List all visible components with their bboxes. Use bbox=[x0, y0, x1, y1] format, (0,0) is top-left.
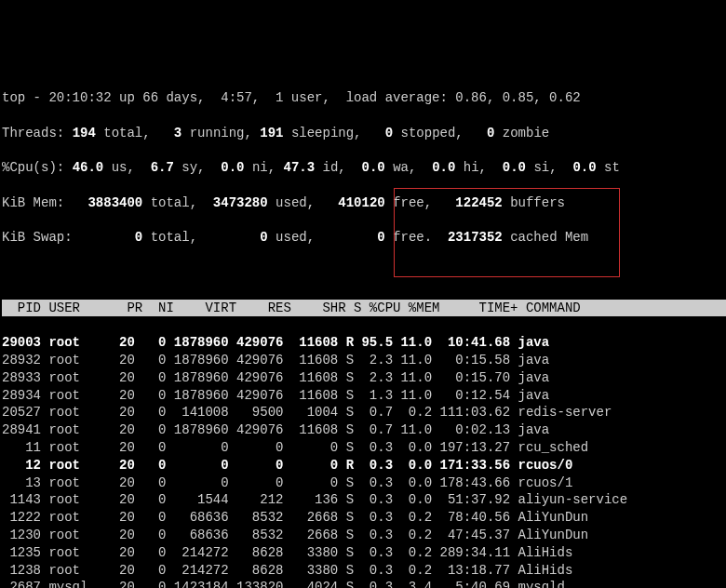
process-row[interactable]: 29003 root 20 0 1878960 429076 11608 R 9… bbox=[2, 334, 726, 352]
process-row[interactable]: 1238 root 20 0 214272 8628 3380 S 0.3 0.… bbox=[2, 562, 726, 580]
process-row[interactable]: 28932 root 20 0 1878960 429076 11608 S 2… bbox=[2, 352, 726, 369]
process-row[interactable]: 1230 root 20 0 68636 8532 2668 S 0.3 0.2… bbox=[2, 527, 726, 544]
process-row[interactable]: 20527 root 20 0 141008 9500 1004 S 0.7 0… bbox=[2, 404, 726, 421]
threads-line: Threads: 194 total, 3 running, 191 sleep… bbox=[2, 125, 726, 142]
process-row[interactable]: 28933 root 20 0 1878960 429076 11608 S 2… bbox=[2, 369, 726, 387]
cpu-line: %Cpu(s): 46.0 us, 6.7 sy, 0.0 ni, 47.3 i… bbox=[2, 159, 726, 177]
mem-line: KiB Mem: 3883400 total, 3473280 used, 41… bbox=[2, 194, 726, 212]
process-row[interactable]: 1222 root 20 0 68636 8532 2668 S 0.3 0.2… bbox=[2, 509, 726, 527]
terminal-output: top - 20:10:32 up 66 days, 4:57, 1 user,… bbox=[2, 72, 726, 588]
process-row[interactable]: 13 root 20 0 0 0 0 S 0.3 0.0 178:43.66 r… bbox=[2, 474, 726, 492]
column-header[interactable]: PID USER PR NI VIRT RES SHR S %CPU %MEM … bbox=[2, 300, 726, 317]
swap-line: KiB Swap: 0 total, 0 used, 0 free. 23173… bbox=[2, 229, 726, 247]
process-row[interactable]: 12 root 20 0 0 0 0 R 0.3 0.0 171:33.56 r… bbox=[2, 457, 726, 474]
process-row[interactable]: 11 root 20 0 0 0 0 S 0.3 0.0 197:13.27 r… bbox=[2, 439, 726, 457]
process-row[interactable]: 28941 root 20 0 1878960 429076 11608 S 0… bbox=[2, 421, 726, 439]
process-list[interactable]: 29003 root 20 0 1878960 429076 11608 R 9… bbox=[2, 334, 726, 588]
process-row[interactable]: 1235 root 20 0 214272 8628 3380 S 0.3 0.… bbox=[2, 544, 726, 562]
blank-line bbox=[2, 264, 726, 282]
top-uptime-line: top - 20:10:32 up 66 days, 4:57, 1 user,… bbox=[2, 89, 726, 107]
process-row[interactable]: 2687 mysql 20 0 1423184 133820 4024 S 0.… bbox=[2, 579, 726, 588]
process-row[interactable]: 1143 root 20 0 1544 212 136 S 0.3 0.0 51… bbox=[2, 491, 726, 509]
process-row[interactable]: 28934 root 20 0 1878960 429076 11608 S 1… bbox=[2, 387, 726, 405]
